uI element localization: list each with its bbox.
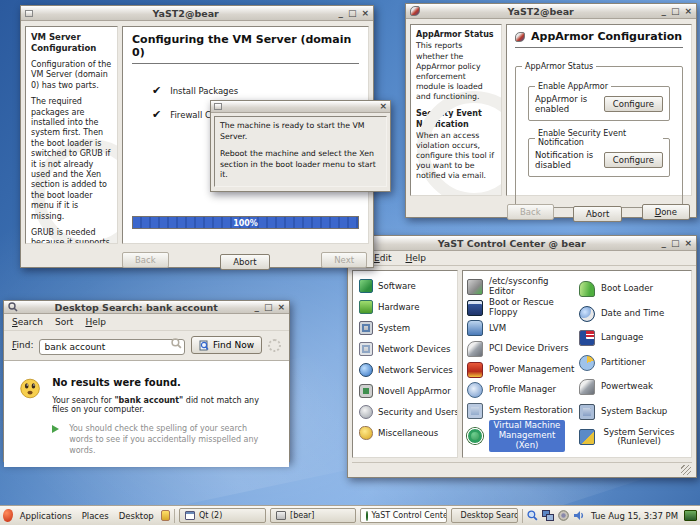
applications-menu[interactable]: Applications	[17, 511, 75, 521]
system-tray: Tue Aug 15, 3:37 PM	[522, 509, 697, 523]
updater-tray-icon[interactable]	[558, 510, 569, 521]
sidebar-item-network-services[interactable]: Network Services	[355, 359, 455, 380]
module-system-restoration[interactable]: System Restoration	[467, 400, 575, 421]
module-boot-loader[interactable]: Boot Loader	[579, 277, 687, 301]
close-icon[interactable]: ×	[277, 303, 285, 312]
network-tray-icon[interactable]	[542, 510, 554, 521]
module-system-services[interactable]: System Services (Runlevel)	[579, 424, 687, 451]
aa-help-heading-1: AppArmor Status	[416, 30, 496, 40]
sidebar-item-security-users[interactable]: Security and Users	[355, 401, 455, 422]
menu-search[interactable]: Search	[12, 317, 43, 327]
cc-module-list: /etc/sysconfig Editor Boot or Rescue Flo…	[462, 270, 692, 458]
task-yast-control-center[interactable]: YaST Control Center @ bear	[360, 508, 447, 523]
maximize-icon[interactable]: □	[264, 303, 273, 312]
cc-module-column-2: Boot Loader Date and Time Language Parti…	[579, 277, 687, 451]
aa-help-text-2: When an access violation occurs, configu…	[416, 131, 496, 182]
aa-help-panel: AppArmor Status This reports whether the…	[410, 24, 502, 196]
yast-icon	[366, 511, 368, 521]
sidebar-item-miscellaneous[interactable]: Miscellaneous	[355, 422, 455, 443]
back-button[interactable]: Back	[122, 252, 169, 268]
launcher-icon[interactable]	[161, 510, 171, 521]
task-desktop-search[interactable]: Desktop Search: bank acc...	[451, 508, 519, 523]
menu-sort[interactable]: Sort	[55, 317, 73, 327]
vm-help-heading: VM Server Configuration	[31, 32, 112, 54]
sidebar-item-software[interactable]: Software	[355, 275, 455, 296]
module-virtual-machine-management[interactable]: Virtual Machine Management (Xen)	[467, 421, 575, 451]
display-settings-icon[interactable]	[684, 510, 697, 521]
software-icon	[359, 279, 373, 293]
close-icon[interactable]: ×	[684, 239, 692, 248]
clock[interactable]: Tue Aug 15, 3:37 PM	[589, 511, 680, 521]
module-etc-sysconfig-editor[interactable]: /etc/sysconfig Editor	[467, 277, 575, 298]
configure-apparmor-button[interactable]: Configure	[604, 96, 663, 112]
task-qt-group[interactable]: Qt (2)	[179, 508, 266, 523]
search-icon	[8, 302, 18, 312]
module-partitioner[interactable]: Partitioner	[579, 350, 687, 374]
module-lvm[interactable]: LVM	[467, 318, 575, 339]
find-label: Find:	[12, 340, 33, 350]
back-button[interactable]: Back	[507, 204, 554, 220]
module-system-backup[interactable]: System Backup	[579, 399, 687, 423]
aa-titlebar[interactable]: YaST2@bear _□×	[406, 4, 696, 19]
suse-menu-icon[interactable]	[3, 509, 13, 522]
module-pci-device-drivers[interactable]: PCI Device Drivers	[467, 339, 575, 360]
abort-button[interactable]: Abort	[573, 206, 622, 222]
done-button[interactable]: Done	[642, 204, 690, 220]
minimize-icon[interactable]: _	[338, 9, 343, 18]
screwdriver-icon	[467, 341, 483, 357]
cc-titlebar[interactable]: YaST Control Center @ bear _□×	[348, 236, 696, 251]
menu-help[interactable]: Help	[85, 317, 106, 327]
flags-icon	[579, 330, 595, 346]
module-powertweak[interactable]: Powertweak	[579, 375, 687, 399]
sidebar-item-hardware[interactable]: Hardware	[355, 296, 455, 317]
dialog-titlebar[interactable]: ×	[211, 101, 390, 113]
module-language[interactable]: Language	[579, 326, 687, 350]
minimize-icon[interactable]: _	[661, 7, 666, 16]
vm-help-panel: VM Server Configuration Configuration of…	[25, 26, 118, 244]
menu-edit[interactable]: Edit	[374, 253, 391, 263]
places-menu[interactable]: Places	[79, 511, 112, 521]
minimize-icon[interactable]: _	[661, 239, 666, 248]
menu-help[interactable]: Help	[405, 253, 426, 263]
vm-titlebar[interactable]: YaST2@bear _□×	[21, 6, 373, 21]
module-power-management[interactable]: Power Management	[467, 359, 575, 380]
close-icon[interactable]: ×	[379, 102, 387, 111]
apparmor-status-group: AppArmor Status Enable AppArmor AppArmor…	[515, 62, 683, 208]
dialog-line-1: The machine is ready to start the VM Ser…	[220, 121, 381, 142]
checkmark-icon: ✔	[152, 110, 161, 120]
search-input[interactable]	[39, 339, 185, 355]
module-profile-manager[interactable]: Profile Manager	[467, 380, 575, 401]
resize-grip[interactable]	[681, 465, 691, 475]
maximize-icon[interactable]: □	[348, 9, 357, 18]
ds-titlebar[interactable]: Desktop Search: bank account _□×	[4, 301, 289, 314]
desktop-menu[interactable]: Desktop	[116, 511, 157, 521]
minimize-icon[interactable]: _	[254, 303, 259, 312]
close-icon[interactable]: ×	[361, 9, 369, 18]
beagle-search-tray-icon[interactable]	[527, 510, 538, 521]
green-arrow-icon	[52, 425, 63, 433]
boot-loader-icon	[579, 281, 595, 297]
configure-notification-button[interactable]: Configure	[604, 152, 663, 168]
abort-button[interactable]: Abort	[220, 254, 269, 270]
task-bear[interactable]: [bear]	[270, 508, 356, 523]
system-restoration-icon	[467, 403, 483, 419]
close-icon[interactable]: ×	[684, 7, 692, 16]
maximize-icon[interactable]: □	[671, 239, 680, 248]
maximize-icon[interactable]: □	[671, 7, 680, 16]
sidebar-item-network-devices[interactable]: Network Devices	[355, 338, 455, 359]
next-button[interactable]: Next	[321, 252, 367, 268]
no-results-detail: Your search for "bank account" did not m…	[52, 396, 277, 414]
terminal-icon	[276, 511, 286, 520]
aa-heading: AppArmor Configuration	[515, 30, 683, 48]
module-date-time[interactable]: Date and Time	[579, 301, 687, 325]
find-now-button[interactable]: Find Now	[191, 336, 262, 354]
separator	[174, 509, 175, 523]
search-icon	[171, 338, 182, 349]
volume-tray-icon[interactable]	[573, 510, 585, 521]
lvm-icon	[467, 320, 483, 336]
cc-category-list: Software Hardware System Network Devices…	[352, 270, 458, 458]
vm-button-row: Back Abort Next	[21, 247, 373, 270]
module-boot-rescue-floppy[interactable]: Boot or Rescue Floppy	[467, 298, 575, 319]
sidebar-item-system[interactable]: System	[355, 317, 455, 338]
sidebar-item-novell-apparmor[interactable]: Novell AppArmor	[355, 380, 455, 401]
